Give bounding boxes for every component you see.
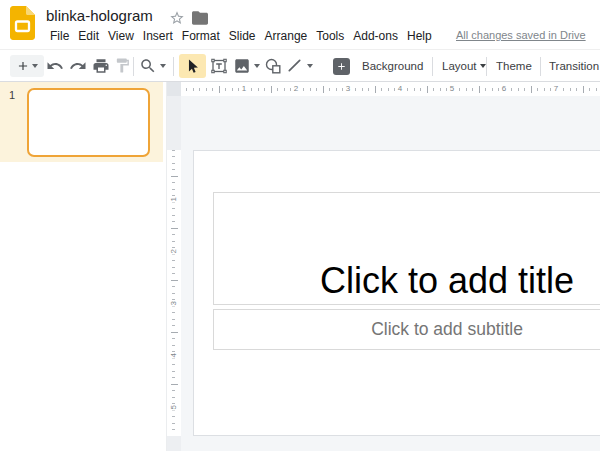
chevron-down-icon — [32, 64, 38, 68]
ruler-inactive-top — [167, 96, 181, 150]
zoom-button[interactable] — [139, 57, 166, 75]
ruler-number: 5 — [169, 404, 178, 410]
plus-icon — [16, 59, 30, 73]
toolbar-separator — [486, 57, 487, 76]
chevron-down-icon — [254, 64, 260, 68]
insert-image-button[interactable] — [233, 57, 260, 75]
slide-filmstrip: 1 — [0, 82, 167, 451]
toolbar-separator — [173, 57, 174, 76]
slide-canvas: Click to add title Click to add subtitle — [181, 96, 600, 451]
insert-shape-button[interactable] — [264, 57, 282, 75]
select-tool-button[interactable] — [179, 54, 206, 78]
toolbar: Background Layout Theme Transition — [0, 49, 600, 82]
zoom-icon — [139, 57, 157, 75]
menu-file[interactable]: File — [50, 28, 69, 44]
subtitle-placeholder[interactable]: Click to add subtitle — [213, 309, 600, 350]
chevron-down-icon — [480, 64, 486, 68]
menu-arrange[interactable]: Arrange — [265, 28, 308, 44]
chevron-down-icon — [160, 64, 166, 68]
ruler-inactive-bottom — [167, 436, 181, 451]
ruler-number: 6 — [500, 84, 508, 94]
ruler-number: 3 — [344, 84, 352, 94]
document-title[interactable]: blinka-hologram — [46, 7, 153, 24]
ruler-number: 7 — [552, 84, 560, 94]
slide-editor[interactable]: Click to add title Click to add subtitle — [193, 150, 600, 436]
slide-thumbnail[interactable] — [27, 88, 150, 157]
ruler-corner — [167, 82, 181, 96]
menu-add-ons[interactable]: Add-ons — [353, 28, 398, 44]
background-button[interactable]: Background — [362, 50, 423, 81]
menu-tools[interactable]: Tools — [316, 28, 344, 44]
redo-button[interactable] — [69, 57, 87, 75]
shape-icon — [264, 57, 282, 75]
print-button[interactable] — [92, 57, 110, 75]
ruler-number: 5 — [448, 84, 456, 94]
layout-button[interactable]: Layout — [442, 50, 486, 81]
ruler-number: 1 — [169, 196, 178, 202]
text-box-button[interactable] — [210, 57, 228, 75]
ruler-ticks-zone: 1 2 3 4 5 — [167, 150, 181, 436]
plus-icon — [336, 61, 347, 72]
insert-comment-button[interactable] — [333, 58, 350, 75]
title-placeholder-text: Click to add title — [320, 260, 574, 301]
toolbar-separator — [432, 57, 433, 76]
horizontal-ruler: 1 2 3 4 5 6 7 — [181, 82, 600, 96]
ruler-number: 4 — [396, 84, 404, 94]
new-slide-button[interactable] — [10, 55, 44, 77]
vertical-ruler: 1 2 3 4 5 — [167, 82, 181, 451]
cursor-icon — [184, 58, 201, 75]
title-placeholder[interactable]: Click to add title — [213, 192, 600, 305]
menu-view[interactable]: View — [108, 28, 134, 44]
image-icon — [233, 57, 251, 75]
menu-slide[interactable]: Slide — [229, 28, 256, 44]
subtitle-placeholder-text: Click to add subtitle — [371, 319, 523, 340]
text-box-icon — [210, 57, 228, 75]
header: blinka-hologram File Edit View Insert Fo… — [0, 0, 600, 49]
menu-help[interactable]: Help — [407, 28, 432, 44]
undo-button[interactable] — [46, 57, 64, 75]
ruler-number: 2 — [292, 84, 300, 94]
ruler-number: 2 — [169, 248, 178, 254]
theme-button[interactable]: Theme — [496, 50, 532, 81]
ruler-number: 4 — [169, 352, 178, 358]
menu-format[interactable]: Format — [182, 28, 220, 44]
paint-format-button[interactable] — [114, 57, 131, 74]
slides-logo[interactable] — [10, 6, 35, 40]
menu-insert[interactable]: Insert — [143, 28, 173, 44]
google-slides-app: blinka-hologram File Edit View Insert Fo… — [0, 0, 600, 451]
chevron-down-icon — [307, 64, 313, 68]
star-icon[interactable] — [169, 10, 185, 26]
ruler-number: 3 — [169, 300, 178, 306]
menu-edit[interactable]: Edit — [78, 28, 99, 44]
slide-number: 1 — [9, 89, 15, 101]
toolbar-separator — [540, 57, 541, 76]
insert-line-button[interactable] — [286, 57, 313, 74]
menu-bar: File Edit View Insert Format Slide Arran… — [50, 28, 432, 44]
folder-icon[interactable] — [192, 11, 208, 25]
line-icon — [286, 57, 303, 74]
transition-button[interactable]: Transition — [549, 50, 599, 81]
toolbar-separator — [133, 57, 134, 76]
ruler-number: 1 — [240, 84, 248, 94]
selected-slide-row: 1 — [0, 82, 163, 162]
save-status-link[interactable]: All changes saved in Drive — [456, 29, 586, 41]
